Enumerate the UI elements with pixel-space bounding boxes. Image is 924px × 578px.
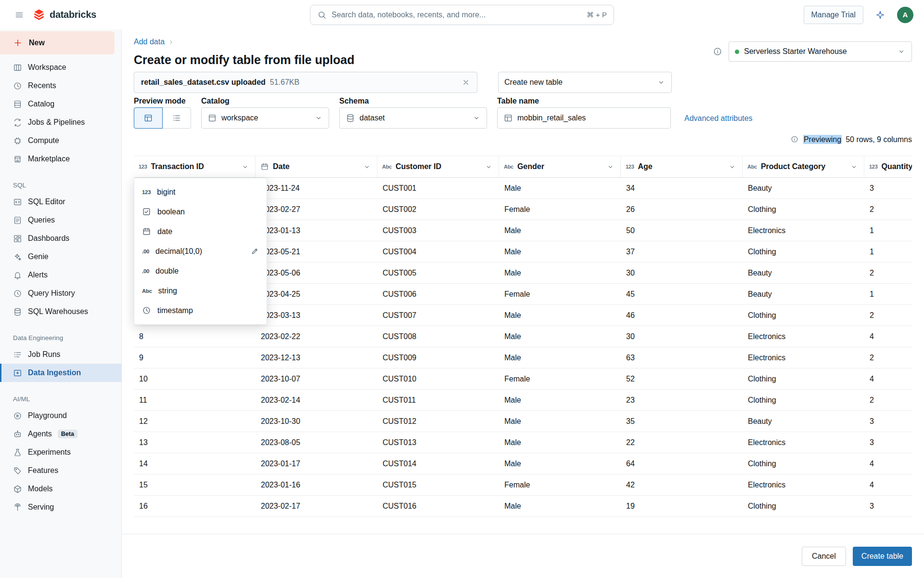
chevron-down-icon[interactable] — [728, 163, 736, 171]
info-icon — [790, 135, 798, 144]
sidebar-item-playground[interactable]: Playground — [0, 407, 121, 425]
table-cell: 2 — [864, 347, 912, 368]
type-option-double[interactable]: .00double — [134, 261, 267, 281]
sidebar-item-workspace[interactable]: Workspace — [0, 58, 121, 77]
advanced-attributes-link[interactable]: Advanced attributes — [684, 114, 752, 123]
type-option-timestamp[interactable]: timestamp — [134, 301, 267, 320]
column-header-quantity[interactable]: 123Quantity — [864, 156, 912, 177]
type-option-decimal-10-0[interactable]: .00decimal(10,0) — [134, 241, 267, 261]
catalog-select[interactable]: workspace — [201, 107, 329, 129]
sidebar-item-genie[interactable]: Genie — [0, 248, 121, 266]
sidebar-item-serving[interactable]: Serving — [0, 498, 121, 516]
warehouse-select[interactable]: Serverless Starter Warehouse — [729, 41, 912, 62]
new-button[interactable]: New — [0, 31, 115, 54]
table-cell: CUST009 — [377, 347, 499, 368]
type-option-bigint[interactable]: 123bigint — [134, 182, 267, 202]
database-icon — [13, 307, 22, 316]
sidebar-item-alerts[interactable]: Alerts — [0, 266, 121, 284]
sidebar-item-sql-warehouses[interactable]: SQL Warehouses — [0, 302, 121, 321]
table-cell: CUST004 — [377, 241, 499, 262]
column-header-age[interactable]: 123Age — [621, 156, 743, 177]
type-option-boolean[interactable]: boolean — [134, 202, 267, 222]
menu-icon[interactable] — [11, 6, 28, 24]
sidebar-item-dashboards[interactable]: Dashboards — [0, 229, 121, 248]
sidebar-item-label: Catalog — [28, 100, 54, 108]
table-view-icon — [143, 113, 153, 123]
sidebar-item-label: SQL Editor — [28, 197, 65, 206]
table-cell: CUST011 — [377, 390, 499, 410]
column-header-product-category[interactable]: AbcProduct Category — [743, 156, 864, 177]
table-row: 112023-02-14CUST011Male23Clothing2 — [134, 390, 912, 411]
sidebar: New WorkspaceRecentsCatalogJobs & Pipeli… — [0, 29, 122, 578]
table-cell: 2023-04-25 — [256, 284, 377, 304]
sidebar-item-marketplace[interactable]: Marketplace — [0, 150, 121, 168]
table-cell: Male — [499, 263, 621, 283]
table-cell: Clothing — [743, 453, 864, 474]
chevron-down-icon[interactable] — [485, 163, 493, 171]
global-search[interactable]: ⌘ + P — [310, 5, 614, 25]
table-cell: Male — [499, 241, 621, 262]
breadcrumb-add-data-link[interactable]: Add data — [134, 37, 165, 47]
table-cell: CUST016 — [377, 496, 499, 516]
manage-trial-button[interactable]: Manage Trial — [804, 6, 864, 24]
cancel-button[interactable]: Cancel — [802, 547, 846, 566]
sidebar-item-recents[interactable]: Recents — [0, 77, 121, 95]
sidebar-section-title-sql: SQL — [0, 177, 121, 193]
compute-icon — [13, 136, 22, 145]
avatar[interactable]: A — [897, 7, 913, 23]
table-cell: 4 — [864, 368, 912, 389]
sidebar-item-data-ingestion[interactable]: Data Ingestion — [0, 364, 121, 382]
sidebar-item-experiments[interactable]: Experiments — [0, 443, 121, 461]
pencil-icon[interactable] — [251, 247, 259, 255]
sidebar-item-features[interactable]: Features — [0, 461, 121, 480]
table-mode-select[interactable]: Create new table — [498, 72, 672, 93]
uploaded-file-name: retail_sales_dataset.csv uploaded — [141, 78, 266, 87]
table-cell: CUST003 — [377, 220, 499, 241]
chevron-down-icon[interactable] — [850, 163, 858, 171]
sidebar-item-sql-editor[interactable]: SQL Editor — [0, 193, 121, 211]
table-row: 142023-01-17CUST014Male64Clothing4 — [134, 453, 912, 474]
chevron-down-icon[interactable] — [241, 163, 249, 171]
number-icon: 123 — [626, 164, 634, 170]
sql-editor-icon — [13, 197, 22, 207]
table-cell: Electronics — [743, 220, 864, 241]
list-view-toggle[interactable] — [162, 107, 191, 129]
create-table-button[interactable]: Create table — [853, 547, 912, 566]
table-cell: 23 — [621, 390, 743, 410]
sidebar-item-jobs-pipelines[interactable]: Jobs & Pipelines — [0, 113, 121, 131]
table-cell: Male — [499, 496, 621, 516]
sidebar-item-models[interactable]: Models — [0, 480, 121, 498]
databricks-logo[interactable]: databricks — [33, 8, 96, 21]
column-header-transaction-id[interactable]: 123Transaction ID — [134, 156, 256, 177]
assistant-sparkle-icon[interactable] — [872, 7, 888, 23]
type-option-date[interactable]: date — [134, 222, 267, 241]
sidebar-item-compute[interactable]: Compute — [0, 131, 121, 150]
sidebar-item-job-runs[interactable]: Job Runs — [0, 345, 121, 364]
tag-icon — [13, 466, 22, 475]
schema-select[interactable]: dataset — [339, 107, 487, 129]
table-name-input[interactable] — [517, 114, 665, 122]
close-icon[interactable] — [462, 78, 470, 87]
sidebar-item-queries[interactable]: Queries — [0, 211, 121, 229]
plus-icon — [13, 38, 23, 48]
table-cell: 13 — [134, 432, 256, 453]
table-cell: 46 — [621, 305, 743, 326]
preview-mode-field: Preview mode — [134, 96, 191, 129]
type-option-string[interactable]: Abcstring — [134, 281, 267, 301]
info-icon[interactable] — [713, 47, 722, 56]
column-header-gender[interactable]: AbcGender — [499, 156, 621, 177]
chevron-down-icon[interactable] — [363, 163, 371, 171]
schema-field: Schema dataset — [339, 96, 487, 129]
sidebar-item-agents[interactable]: AgentsBeta — [0, 425, 121, 443]
sidebar-item-query-history[interactable]: Query History — [0, 284, 121, 302]
table-cell: 3 — [864, 496, 912, 516]
chevron-down-icon[interactable] — [606, 163, 615, 171]
table-row: 122023-10-30CUST012Male35Beauty3 — [134, 411, 912, 432]
table-view-toggle[interactable] — [134, 107, 163, 129]
new-button-label: New — [29, 39, 45, 47]
column-header-date[interactable]: Date — [256, 156, 377, 177]
sidebar-item-catalog[interactable]: Catalog — [0, 95, 121, 113]
search-input[interactable] — [332, 11, 582, 19]
table-cell: Male — [499, 347, 621, 368]
column-header-customer-id[interactable]: AbcCustomer ID — [377, 156, 499, 177]
